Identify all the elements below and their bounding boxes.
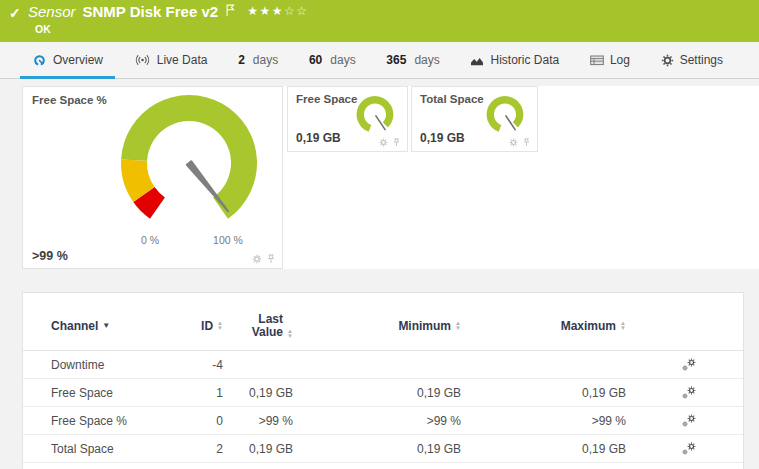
gauge-pin-icon[interactable] bbox=[522, 138, 531, 147]
column-header-id[interactable]: ID ▲▼ bbox=[201, 319, 231, 333]
tab-60-days[interactable]: 60 days bbox=[297, 42, 368, 78]
tab-overview[interactable]: Overview bbox=[20, 42, 115, 78]
overview-gauges-section: Free Space % 0 % 100 % >99 % Free Space … bbox=[22, 86, 759, 269]
column-header-minimum[interactable]: Minimum ▲▼ bbox=[301, 319, 469, 333]
gauge-pin-icon[interactable] bbox=[392, 138, 401, 147]
table-row-free-space: Free Space 1 0,19 GB 0,19 GB 0,19 GB bbox=[23, 379, 743, 407]
channel-name-link[interactable]: Free Space % bbox=[23, 414, 201, 428]
table-row-total-space: Total Space 2 0,19 GB 0,19 GB 0,19 GB bbox=[23, 435, 743, 463]
gear-icon bbox=[661, 54, 674, 67]
tab-2-days[interactable]: 2 days bbox=[226, 42, 290, 78]
column-header-last-value[interactable]: Last Value ▲▼ bbox=[231, 313, 301, 339]
tab-settings[interactable]: Settings bbox=[649, 42, 735, 78]
sensor-title: SNMP Disk Free v2 bbox=[83, 3, 219, 20]
sort-icon: ▲▼ bbox=[287, 329, 293, 338]
column-header-maximum[interactable]: Maximum ▲▼ bbox=[469, 319, 634, 333]
channel-settings-icon[interactable] bbox=[682, 386, 696, 400]
channel-name-link[interactable]: Free Space bbox=[23, 386, 201, 400]
channel-table-header: Channel ▼ ID ▲▼ Last Value ▲▼ Minimum ▲▼… bbox=[23, 301, 743, 351]
mini-gauge-value: 0,19 GB bbox=[420, 131, 465, 145]
main-gauge-panel: Free Space % 0 % 100 % >99 % bbox=[22, 86, 283, 269]
gauge-needle bbox=[187, 161, 228, 211]
stars-empty: ☆☆ bbox=[284, 4, 309, 18]
gauge-pin-icon[interactable] bbox=[266, 254, 276, 264]
tab-live-data[interactable]: Live Data bbox=[122, 42, 220, 78]
table-row-free-space-percent: Free Space % 0 >99 % >99 % >99 % bbox=[23, 407, 743, 435]
tab-365-days[interactable]: 365 days bbox=[374, 42, 451, 78]
tab-bar: Overview Live Data 2 days 60 days 365 da… bbox=[0, 42, 759, 79]
column-header-channel[interactable]: Channel ▼ bbox=[23, 319, 201, 333]
mini-gauge-value: 0,19 GB bbox=[296, 131, 341, 145]
sort-icon: ▲▼ bbox=[217, 321, 223, 330]
main-gauge-title: Free Space % bbox=[32, 94, 107, 106]
gauge-settings-gear-icon[interactable] bbox=[509, 138, 518, 147]
stars-filled: ★★★ bbox=[247, 4, 284, 18]
live-data-icon bbox=[134, 54, 151, 66]
tab-log[interactable]: Log bbox=[578, 42, 642, 78]
gauge-settings-gear-icon[interactable] bbox=[379, 138, 388, 147]
status-check-icon: ✓ bbox=[9, 5, 21, 21]
gauge-scale-min: 0 % bbox=[130, 234, 170, 246]
gauge-scale-max: 100 % bbox=[208, 234, 248, 246]
free-space-gauge-panel: Free Space 0,19 GB bbox=[287, 86, 408, 152]
total-space-gauge bbox=[482, 93, 528, 136]
mini-gauge-title: Free Space bbox=[296, 93, 357, 105]
flag-icon[interactable] bbox=[226, 4, 235, 17]
sort-icon: ▲▼ bbox=[455, 321, 461, 330]
object-kind-label: Sensor bbox=[28, 3, 76, 20]
tab-historic-data[interactable]: Historic Data bbox=[458, 42, 571, 78]
sort-icon: ▲▼ bbox=[620, 321, 626, 330]
sort-desc-icon: ▼ bbox=[102, 321, 110, 330]
gauge-icon bbox=[32, 54, 47, 67]
channel-table-panel: Channel ▼ ID ▲▼ Last Value ▲▼ Minimum ▲▼… bbox=[22, 292, 744, 469]
channel-settings-icon[interactable] bbox=[682, 442, 696, 456]
total-space-gauge-panel: Total Space 0,19 GB bbox=[411, 86, 538, 152]
table-row-downtime: Downtime -4 bbox=[23, 351, 743, 379]
channel-settings-icon[interactable] bbox=[682, 414, 696, 428]
sensor-status-header: ✓ Sensor SNMP Disk Free v2 ★★★☆☆ OK bbox=[0, 0, 759, 42]
priority-stars[interactable]: ★★★☆☆ bbox=[247, 4, 308, 18]
log-list-icon bbox=[590, 55, 604, 66]
channel-settings-icon[interactable] bbox=[682, 358, 696, 372]
free-space-percent-gauge bbox=[104, 91, 274, 231]
channel-name-link[interactable]: Downtime bbox=[23, 358, 201, 372]
main-gauge-value: >99 % bbox=[32, 249, 68, 263]
area-chart-icon bbox=[470, 55, 484, 66]
free-space-gauge bbox=[352, 93, 398, 136]
mini-gauge-title: Total Space bbox=[420, 93, 484, 105]
channel-name-link[interactable]: Total Space bbox=[23, 442, 201, 456]
status-badge: OK bbox=[35, 23, 51, 35]
gauge-settings-gear-icon[interactable] bbox=[252, 254, 262, 264]
